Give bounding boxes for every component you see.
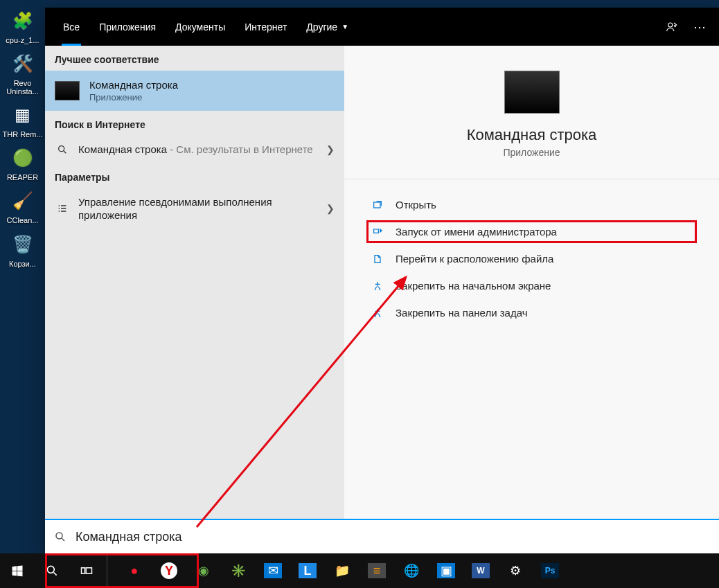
desktop-icon-label: Корзи...: [9, 260, 36, 268]
desktop-icon-cpuz[interactable]: 🧩 cpu-z_1...: [0, 7, 45, 44]
cmd-large-icon: [504, 71, 560, 114]
desktop-icon-ccleaner[interactable]: 🧹 CClean...: [0, 187, 45, 224]
gear-icon: ⚙: [510, 563, 521, 578]
taskbar-chrome[interactable]: 🌐: [394, 553, 429, 588]
mail-icon: ✉: [264, 563, 282, 578]
tab-more-label: Другие: [306, 21, 337, 33]
pin-icon: [371, 308, 384, 319]
more-options-button[interactable]: ⋯: [686, 8, 713, 46]
section-best-match: Лучшее соответствие: [45, 46, 344, 71]
action-open[interactable]: Открыть: [366, 193, 697, 216]
chevron-right-icon: ❯: [326, 203, 335, 214]
search-tabs: Все Приложения Документы Интернет Другие…: [45, 8, 719, 46]
taskbar-word[interactable]: W: [463, 553, 498, 588]
web-result-item[interactable]: Командная строка - См. результаты в Инте…: [45, 136, 344, 163]
search-icon: [45, 531, 76, 543]
chevron-down-icon: ▼: [341, 23, 348, 30]
search-flyout: Все Приложения Документы Интернет Другие…: [45, 8, 719, 553]
best-match-title: Командная строка: [89, 79, 178, 91]
taskbar-search-button[interactable]: [35, 553, 69, 588]
taskbar-app-swirl[interactable]: ◉: [186, 553, 221, 588]
tool-icon: 🛠️: [9, 50, 37, 78]
tab-all[interactable]: Все: [53, 8, 89, 46]
flyout-body: Лучшее соответствие Командная строка При…: [45, 46, 719, 519]
taskbar-opera[interactable]: ●: [117, 553, 152, 588]
best-match-item[interactable]: Командная строка Приложение: [45, 71, 344, 111]
svg-point-0: [668, 23, 673, 27]
tab-docs[interactable]: Документы: [166, 8, 235, 46]
broom-icon: 🧹: [9, 187, 37, 215]
edge-icon: ▣: [437, 563, 455, 578]
desktop-icons: 🧩 cpu-z_1... 🛠️ Revo Uninsta... ▦ THR Re…: [0, 0, 45, 268]
start-button[interactable]: [0, 553, 35, 588]
svg-point-5: [47, 566, 54, 573]
cmd-icon: [55, 81, 80, 100]
tab-more[interactable]: Другие ▼: [296, 8, 358, 46]
preview-pane: Командная строка Приложение Открыть: [344, 46, 719, 519]
taskbar-app-l[interactable]: L: [290, 553, 325, 588]
taskbar-explorer[interactable]: 📁: [325, 553, 360, 588]
task-view-icon: [80, 564, 94, 578]
l-icon: L: [299, 563, 317, 578]
search-bar: [45, 519, 719, 553]
search-input[interactable]: [76, 530, 719, 544]
preview-hero: Командная строка Приложение: [344, 46, 719, 158]
shield-icon: [371, 226, 384, 238]
opera-icon: ●: [131, 564, 139, 578]
desktop-icon-thr[interactable]: ▦ THR Rem...: [0, 101, 45, 139]
desktop-icon-reaper[interactable]: 🟢 REAPER: [0, 144, 45, 181]
taskbar-edge[interactable]: ▣: [429, 553, 463, 588]
section-params: Параметры: [45, 163, 344, 188]
desktop-icon-revo[interactable]: 🛠️ Revo Uninsta...: [0, 50, 45, 96]
ellipsis-icon: ⋯: [693, 19, 706, 35]
photoshop-icon: Ps: [541, 563, 559, 578]
person-feedback-icon: [666, 21, 678, 33]
taskbar-separator: [107, 553, 107, 588]
windows-icon: [10, 564, 24, 578]
taskbar-mail[interactable]: ✉: [256, 553, 290, 588]
folder-icon: [371, 253, 384, 265]
results-list: Лучшее соответствие Командная строка При…: [45, 46, 344, 519]
grid-icon: ▦: [9, 101, 37, 129]
reaper-icon: 🟢: [9, 144, 37, 172]
taskbar-app-colorful[interactable]: ✳️: [221, 553, 256, 588]
desktop-icon-label: THR Rem...: [2, 130, 42, 139]
yandex-icon: Y: [161, 562, 177, 579]
feedback-button[interactable]: [658, 8, 686, 46]
task-view-button[interactable]: [69, 553, 104, 588]
action-label: Запуск от имени администратора: [396, 226, 557, 238]
desktop-icon-label: cpu-z_1...: [6, 36, 39, 44]
tab-internet[interactable]: Интернет: [235, 8, 296, 46]
svg-rect-7: [86, 568, 91, 573]
taskbar-yandex[interactable]: Y: [152, 553, 186, 588]
action-pin-taskbar[interactable]: Закрепить на панели задач: [366, 301, 697, 324]
preview-subtitle: Приложение: [503, 147, 560, 158]
web-result-text: Командная строка - См. результаты в Инте…: [78, 143, 318, 157]
pin-icon: [371, 280, 384, 292]
svg-point-3: [56, 533, 62, 539]
taskbar-photoshop[interactable]: Ps: [533, 553, 567, 588]
swirl-icon: ◉: [198, 563, 209, 578]
action-open-location[interactable]: Перейти к расположению файла: [366, 247, 697, 270]
sublime-icon: ≡: [368, 563, 386, 578]
svg-rect-2: [374, 202, 380, 208]
best-match-subtitle: Приложение: [89, 92, 178, 103]
list-icon: [55, 203, 70, 214]
open-icon: [371, 199, 384, 211]
action-pin-start[interactable]: Закрепить на начальном экране: [366, 274, 697, 297]
trash-icon: 🗑️: [9, 231, 37, 258]
taskbar-sublime[interactable]: ≡: [360, 553, 394, 588]
search-icon: [55, 144, 70, 155]
chevron-right-icon: ❯: [326, 144, 335, 155]
colorful-icon: ✳️: [231, 563, 246, 578]
taskbar-settings[interactable]: ⚙: [498, 553, 533, 588]
desktop-icon-recycle[interactable]: 🗑️ Корзи...: [0, 231, 45, 268]
settings-result-item[interactable]: Управление псевдонимами выполнения прило…: [45, 188, 344, 229]
preview-title: Командная строка: [467, 126, 597, 144]
desktop-icon-label: Revo Uninsta...: [0, 79, 45, 96]
taskbar: ● Y ◉ ✳️ ✉ L 📁 ≡ 🌐 ▣ W ⚙ Ps: [0, 553, 719, 588]
action-run-as-admin[interactable]: Запуск от имени администратора: [366, 220, 697, 243]
tab-apps[interactable]: Приложения: [89, 8, 166, 46]
chrome-icon: 🌐: [404, 563, 419, 578]
action-label: Перейти к расположению файла: [396, 253, 553, 265]
